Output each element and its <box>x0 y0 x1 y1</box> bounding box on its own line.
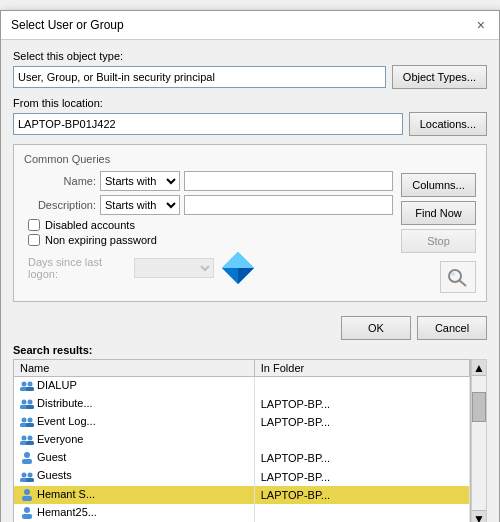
col-name[interactable]: Name <box>14 360 254 377</box>
disabled-accounts-checkbox[interactable] <box>28 219 40 231</box>
description-value-input[interactable] <box>184 195 393 215</box>
dialog-title: Select User or Group <box>11 18 124 32</box>
cell-name: DIALUP <box>14 377 254 396</box>
stop-button[interactable]: Stop <box>401 229 476 253</box>
name-row: Name: Starts with <box>24 171 393 191</box>
name-label: Name: <box>24 175 96 187</box>
svg-rect-22 <box>26 441 34 445</box>
object-types-button[interactable]: Object Types... <box>392 65 487 89</box>
user-icon <box>20 488 34 502</box>
dialog-body: Select this object type: Object Types...… <box>1 40 499 522</box>
user-icon <box>20 451 34 465</box>
cell-name: Everyone <box>14 431 254 449</box>
svg-point-11 <box>22 400 27 405</box>
description-starts-with-select[interactable]: Starts with <box>100 195 180 215</box>
days-since-select <box>134 258 214 278</box>
non-expiring-label: Non expiring password <box>45 234 157 246</box>
select-user-group-dialog: Select User or Group × Select this objec… <box>0 10 500 522</box>
svg-point-19 <box>22 436 27 441</box>
object-type-label: Select this object type: <box>13 50 487 62</box>
results-area: Name In Folder DIALUPDistribute...LAPTOP… <box>13 359 487 522</box>
description-row: Description: Starts with <box>24 195 393 215</box>
location-row: Locations... <box>13 112 487 136</box>
svg-point-26 <box>28 472 33 477</box>
non-expiring-row: Non expiring password <box>24 234 393 246</box>
ok-cancel-row: OK Cancel <box>13 310 487 344</box>
svg-marker-2 <box>222 268 238 284</box>
queries-main: Name: Starts with Description: Starts wi… <box>24 171 393 293</box>
table-row[interactable]: Hemant S...LAPTOP-BP... <box>14 486 470 504</box>
svg-rect-18 <box>26 423 34 427</box>
svg-point-6 <box>451 272 455 276</box>
location-label: From this location: <box>13 97 487 109</box>
search-icon-btn[interactable] <box>440 261 476 293</box>
locations-button[interactable]: Locations... <box>409 112 487 136</box>
vertical-scrollbar[interactable]: ▲ ▼ <box>471 359 487 522</box>
title-bar: Select User or Group × <box>1 11 499 40</box>
group-icon <box>20 470 34 484</box>
svg-point-16 <box>28 418 33 423</box>
cell-name: Hemant25... <box>14 504 254 522</box>
disabled-accounts-label: Disabled accounts <box>45 219 135 231</box>
ok-button[interactable]: OK <box>341 316 411 340</box>
group-icon <box>20 415 34 429</box>
svg-marker-3 <box>238 268 254 284</box>
cell-folder <box>254 431 469 449</box>
days-since-label: Days since last logon: <box>28 256 128 280</box>
table-row[interactable]: Event Log...LAPTOP-BP... <box>14 413 470 431</box>
find-now-button[interactable]: Find Now <box>401 201 476 225</box>
svg-rect-32 <box>22 514 32 519</box>
cell-name: Guests <box>14 467 254 485</box>
svg-rect-14 <box>26 405 34 409</box>
svg-rect-28 <box>26 478 34 482</box>
cell-folder <box>254 377 469 396</box>
search-results-label: Search results: <box>13 344 487 356</box>
name-value-input[interactable] <box>184 171 393 191</box>
svg-line-5 <box>459 280 466 286</box>
object-type-input[interactable] <box>13 66 386 88</box>
non-expiring-checkbox[interactable] <box>28 234 40 246</box>
cell-folder <box>254 504 469 522</box>
common-queries-title: Common Queries <box>24 153 476 165</box>
table-row[interactable]: Distribute...LAPTOP-BP... <box>14 395 470 413</box>
svg-point-20 <box>28 436 33 441</box>
queries-with-buttons: Name: Starts with Description: Starts wi… <box>24 171 476 293</box>
name-starts-with-select[interactable]: Starts with <box>100 171 180 191</box>
results-table: Name In Folder DIALUPDistribute...LAPTOP… <box>14 360 470 522</box>
magnifier-icon <box>446 267 470 287</box>
cell-name: Guest <box>14 449 254 467</box>
svg-point-25 <box>22 472 27 477</box>
cell-name: Hemant S... <box>14 486 254 504</box>
cell-folder: LAPTOP-BP... <box>254 467 469 485</box>
svg-marker-1 <box>222 252 254 268</box>
svg-point-8 <box>28 382 33 387</box>
col-folder[interactable]: In Folder <box>254 360 469 377</box>
group-icon <box>20 433 34 447</box>
group-icon <box>20 379 34 393</box>
common-queries-box: Common Queries Name: Starts with Descrip… <box>13 144 487 302</box>
cancel-button[interactable]: Cancel <box>417 316 487 340</box>
queries-side: Columns... Find Now Stop <box>401 171 476 293</box>
diamond-icon <box>220 250 256 286</box>
cell-name: Distribute... <box>14 395 254 413</box>
svg-point-23 <box>24 452 30 458</box>
location-input[interactable] <box>13 113 403 135</box>
svg-point-7 <box>22 382 27 387</box>
table-row[interactable]: GuestsLAPTOP-BP... <box>14 467 470 485</box>
group-icon <box>20 397 34 411</box>
cell-folder: LAPTOP-BP... <box>254 395 469 413</box>
columns-button[interactable]: Columns... <box>401 173 476 197</box>
svg-rect-30 <box>22 496 32 501</box>
close-button[interactable]: × <box>473 17 489 33</box>
description-label: Description: <box>24 199 96 211</box>
svg-point-31 <box>24 507 30 513</box>
svg-rect-10 <box>26 387 34 391</box>
table-row[interactable]: Everyone <box>14 431 470 449</box>
table-row[interactable]: GuestLAPTOP-BP... <box>14 449 470 467</box>
results-table-container[interactable]: Name In Folder DIALUPDistribute...LAPTOP… <box>13 359 471 522</box>
scrollbar-thumb[interactable] <box>472 392 486 422</box>
table-row[interactable]: Hemant25... <box>14 504 470 522</box>
object-type-row: Object Types... <box>13 65 487 89</box>
cell-folder: LAPTOP-BP... <box>254 486 469 504</box>
table-row[interactable]: DIALUP <box>14 377 470 396</box>
